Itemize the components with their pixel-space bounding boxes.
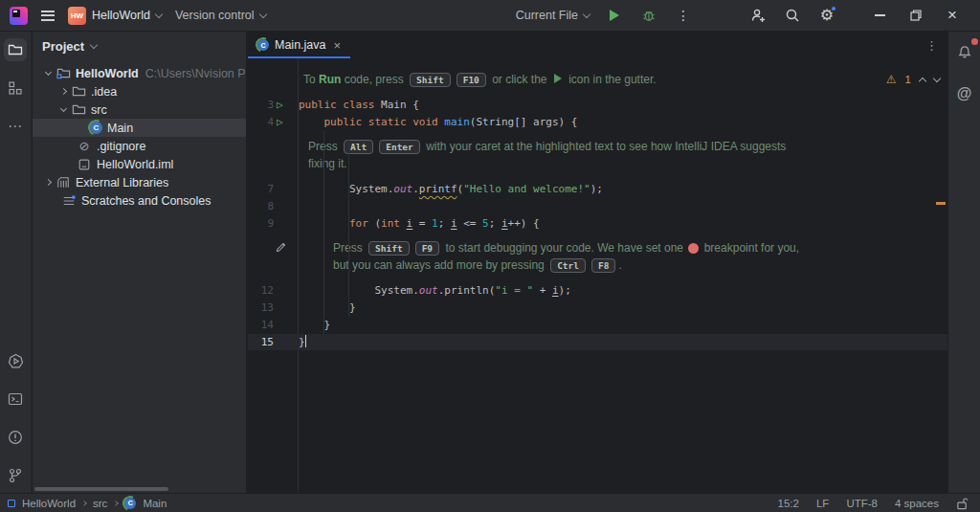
gutter[interactable]: 4▷: [248, 114, 299, 131]
gutter[interactable]: 14: [248, 317, 299, 334]
code-line[interactable]: 14 }: [248, 317, 947, 334]
tree-item-src[interactable]: src: [33, 100, 246, 119]
terminal-toolwindow-button[interactable]: [4, 388, 27, 411]
tree-item-main-selected[interactable]: C Main: [33, 119, 246, 137]
code-line[interactable]: 9 for (int i = 1; i <= 5; i++) {: [248, 215, 947, 233]
lock-open-icon[interactable]: [956, 497, 969, 510]
vcs-widget[interactable]: Version control: [175, 9, 266, 22]
status-bar: HelloWorld src C Main 15:2 LF UTF-8 4 sp…: [0, 493, 980, 512]
text-segment: out: [393, 183, 412, 195]
problems-toolwindow-button[interactable]: [4, 426, 27, 449]
tree-item-scratches[interactable]: Scratches and Consoles: [33, 191, 246, 210]
line-number[interactable]: 12: [261, 282, 274, 300]
tree-item-idea[interactable]: .idea: [33, 82, 246, 100]
chevron-down-icon: [155, 10, 163, 17]
text-segment: to start debugging your code. We have se…: [442, 241, 686, 255]
main-menu-icon[interactable]: [41, 11, 55, 21]
line-number[interactable]: 3: [267, 97, 274, 114]
gutter[interactable]: 15: [248, 334, 299, 351]
close-button[interactable]: ×: [934, 0, 970, 32]
line-number[interactable]: 4: [267, 114, 274, 131]
ide-window: HW HelloWorld Version control Current Fi…: [0, 0, 980, 512]
horizontal-scrollbar[interactable]: [34, 487, 168, 491]
search-everywhere-button[interactable]: [783, 6, 802, 25]
breadcrumb-src[interactable]: src: [93, 498, 107, 509]
line-number[interactable]: 13: [261, 300, 274, 317]
chevron-expanded-icon[interactable]: [60, 105, 67, 112]
project-toolwindow-button[interactable]: [4, 38, 27, 61]
code-line[interactable]: 3▷public class Main {: [248, 97, 947, 114]
close-tab-icon[interactable]: ×: [334, 38, 342, 53]
minimize-button[interactable]: [861, 0, 898, 32]
notifications-button[interactable]: [953, 40, 976, 63]
run-configuration-selector[interactable]: Current File: [516, 9, 590, 22]
tree-item-gitignore[interactable]: ⊘ .gitignore: [33, 137, 246, 155]
text-segment: Run: [319, 73, 341, 86]
text-segment: Main {: [381, 99, 419, 111]
tab-main-java[interactable]: C Main.java ×: [248, 32, 350, 58]
text-segment: ;: [438, 217, 451, 230]
code-line[interactable]: 15}: [248, 334, 947, 351]
inline-hint: Press AltEnter with your caret at the hi…: [248, 139, 947, 172]
gutter[interactable]: 7: [248, 181, 299, 198]
tree-item-helloworld-root[interactable]: HelloWorld C:\Users\Nvision PC\Ide: [33, 64, 246, 82]
indent-widget[interactable]: 4 spaces: [895, 498, 939, 509]
breadcrumb-class[interactable]: Main: [143, 498, 167, 509]
bell-icon: [957, 44, 972, 59]
tree-item-label: HelloWorld.iml: [97, 158, 173, 171]
ai-assistant-button[interactable]: @: [953, 82, 976, 105]
gutter[interactable]: 13: [248, 300, 299, 317]
ai-assistant-icon: @: [957, 85, 972, 102]
code-line[interactable]: 13 }: [248, 300, 947, 317]
more-toolwindows-button[interactable]: ⋯: [4, 115, 27, 138]
tree-item-external-libraries[interactable]: External Libraries: [33, 173, 246, 191]
line-number[interactable]: 8: [267, 198, 274, 215]
line-number[interactable]: 7: [267, 181, 274, 198]
gutter[interactable]: 8: [248, 198, 299, 215]
restore-button[interactable]: [898, 0, 934, 32]
vcs-label: Version control: [175, 9, 255, 22]
key-badge: Shift: [410, 73, 451, 87]
code-line[interactable]: 7 System.out.printf("Hello and welcome!"…: [248, 181, 947, 198]
line-number[interactable]: 9: [267, 215, 274, 233]
text-segment: fixing it.: [308, 157, 347, 170]
prev-problem-icon[interactable]: [919, 77, 926, 84]
run-line-icon[interactable]: ▷: [277, 97, 283, 114]
chevron-collapsed-icon[interactable]: [45, 179, 52, 186]
code-line[interactable]: 8: [248, 198, 947, 215]
debug-button[interactable]: [639, 6, 658, 25]
breadcrumb-project[interactable]: HelloWorld: [22, 498, 76, 509]
chevron-collapsed-icon[interactable]: [60, 88, 67, 95]
line-number[interactable]: 14: [261, 317, 274, 334]
tree-item-iml[interactable]: HelloWorld.iml: [33, 155, 246, 173]
warning-stripe-marker[interactable]: [936, 202, 946, 205]
run-toolwindow-button[interactable]: [4, 349, 27, 372]
tab-options-button[interactable]: ⋮: [925, 38, 938, 53]
gutter[interactable]: 9: [248, 215, 299, 233]
code-line[interactable]: 4▷ public static void main(String[] args…: [248, 114, 947, 131]
chevron-expanded-icon[interactable]: [45, 69, 52, 76]
more-actions-button[interactable]: ⋮: [674, 6, 693, 25]
version-control-toolwindow-button[interactable]: [4, 464, 27, 487]
line-number[interactable]: 15: [261, 334, 274, 351]
settings-button[interactable]: ⚙: [817, 6, 836, 25]
run-line-icon[interactable]: ▷: [277, 114, 283, 131]
structure-toolwindow-button[interactable]: [4, 77, 27, 100]
chevron-down-icon[interactable]: [90, 40, 98, 48]
inspections-widget[interactable]: ⚠ 1: [886, 73, 940, 86]
run-button[interactable]: [605, 6, 624, 25]
encoding-widget[interactable]: UTF-8: [846, 498, 878, 509]
caret-position-widget[interactable]: 15:2: [778, 498, 799, 509]
line-ending-widget[interactable]: LF: [816, 498, 829, 509]
code-with-me-button[interactable]: [748, 6, 768, 25]
editor-body[interactable]: To Run code, press ShiftF10 or click the…: [248, 58, 947, 493]
project-widget[interactable]: HW HelloWorld: [68, 7, 162, 25]
gutter[interactable]: 3▷: [248, 97, 299, 114]
gutter[interactable]: 12: [248, 282, 299, 300]
gutter[interactable]: [248, 240, 299, 274]
code-area[interactable]: 3▷public class Main {4▷ public static vo…: [248, 97, 947, 350]
gutter[interactable]: [248, 139, 299, 172]
code-line[interactable]: 12 System.out.println("i = " + i);: [248, 282, 947, 300]
next-problem-icon[interactable]: [933, 75, 941, 82]
code-text: for (int i = 1; i <= 5; i++) {: [299, 215, 540, 233]
